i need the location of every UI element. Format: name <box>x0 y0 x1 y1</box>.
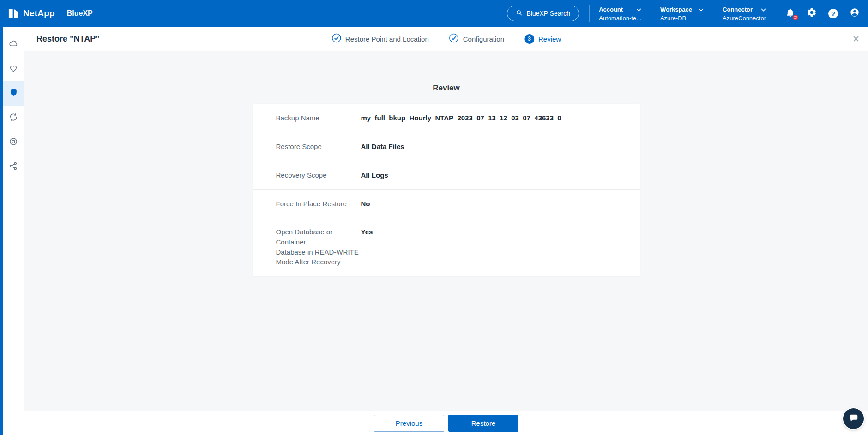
protection-shield-icon <box>9 88 18 99</box>
sidebar-item-canvas[interactable] <box>3 32 24 57</box>
main-panel: Review Backup Name my_full_bkup_Hourly_N… <box>24 51 868 411</box>
brand-name: NetApp <box>23 8 55 18</box>
bluexp-search-button[interactable]: BlueXP Search <box>507 6 579 21</box>
table-row-restore-scope: Restore Scope All Data Files <box>253 132 640 161</box>
disaster-recovery-icon <box>9 113 18 124</box>
settings-button[interactable] <box>807 7 817 19</box>
connector-label: Connector <box>723 6 753 13</box>
chat-launcher-button[interactable] <box>843 408 864 429</box>
chat-bubble-icon <box>849 413 859 425</box>
help-button[interactable]: ? <box>828 9 838 18</box>
row-value: All Data Files <box>361 142 404 152</box>
table-row-recovery-scope: Recovery Scope All Logs <box>253 161 640 190</box>
workspace-value: Azure-DB <box>660 15 704 22</box>
content-area: Restore "NTAP" Restore Point and Locatio… <box>24 27 868 435</box>
table-row-force-in-place-restore: Force In Place Restore No <box>253 190 640 218</box>
account-value: Automation-te... <box>599 15 641 22</box>
row-value: All Logs <box>361 170 388 180</box>
step-review[interactable]: 3 Review <box>524 34 561 44</box>
step-label: Restore Point and Location <box>345 35 429 43</box>
restore-button[interactable]: Restore <box>448 415 518 432</box>
help-icon: ? <box>828 9 838 18</box>
step-number-badge: 3 <box>524 34 534 44</box>
row-label: Force In Place Restore <box>276 199 361 209</box>
row-label: Open Database or Container Database in R… <box>276 227 361 267</box>
wizard-header: Restore "NTAP" Restore Point and Locatio… <box>24 27 868 51</box>
row-label: Backup Name <box>276 113 361 123</box>
step-label: Configuration <box>463 35 504 43</box>
review-summary-table: Backup Name my_full_bkup_Hourly_NTAP_202… <box>253 104 640 276</box>
user-account-button[interactable] <box>850 7 860 19</box>
gear-icon <box>807 7 817 19</box>
sidebar-item-protection[interactable] <box>3 81 24 106</box>
row-value: No <box>361 199 370 209</box>
netapp-logo-icon <box>8 8 18 18</box>
previous-button[interactable]: Previous <box>374 415 444 432</box>
wizard-footer: Previous Restore <box>24 411 868 435</box>
sidebar-item-governance[interactable] <box>3 130 24 155</box>
user-avatar-icon <box>850 7 860 19</box>
review-heading: Review <box>253 83 640 93</box>
sidebar-item-disaster-recovery[interactable] <box>3 106 24 130</box>
table-row-backup-name: Backup Name my_full_bkup_Hourly_NTAP_202… <box>253 104 640 132</box>
table-row-open-database-mode: Open Database or Container Database in R… <box>253 218 640 276</box>
topbar-icons: 2 ? <box>785 7 860 19</box>
sidebar-item-mobility[interactable] <box>3 155 24 179</box>
chevron-down-icon <box>761 5 766 13</box>
chevron-down-icon <box>636 5 641 13</box>
chevron-down-icon <box>699 5 704 13</box>
sidebar-item-health[interactable] <box>3 57 24 81</box>
step-configuration[interactable]: Configuration <box>449 33 504 45</box>
connector-value: AzureConnector <box>723 15 766 22</box>
topbar: NetApp BlueXP BlueXP Search Account Auto… <box>0 0 868 27</box>
close-icon[interactable]: ✕ <box>852 35 860 43</box>
step-complete-check-icon <box>449 33 459 45</box>
workspace-label: Workspace <box>660 6 692 13</box>
account-label: Account <box>599 6 623 13</box>
row-value: my_full_bkup_Hourly_NTAP_2023_07_13_12_0… <box>361 113 561 123</box>
search-icon <box>516 9 523 18</box>
health-icon <box>9 64 18 75</box>
search-label: BlueXP Search <box>526 10 570 17</box>
row-value: Yes <box>361 227 373 237</box>
row-label: Recovery Scope <box>276 170 361 180</box>
storage-canvas-icon <box>9 39 18 50</box>
step-complete-check-icon <box>332 33 341 45</box>
brand: NetApp <box>8 8 55 18</box>
page-title: Restore "NTAP" <box>36 34 100 44</box>
app-body: Restore "NTAP" Restore Point and Locatio… <box>0 27 868 435</box>
sidebar <box>3 27 24 435</box>
connector-menu[interactable]: Connector AzureConnector <box>713 5 775 22</box>
step-restore-point-and-location[interactable]: Restore Point and Location <box>332 33 429 45</box>
wizard-stepper: Restore Point and Location Configuration… <box>332 33 561 45</box>
workspace-menu[interactable]: Workspace Azure-DB <box>651 5 713 22</box>
notification-badge: 2 <box>792 14 799 21</box>
mobility-nodes-icon <box>9 161 18 173</box>
product-name: BlueXP <box>67 9 93 18</box>
step-label: Review <box>538 35 561 43</box>
governance-icon <box>9 137 18 148</box>
notifications-button[interactable]: 2 <box>785 8 795 19</box>
row-label: Restore Scope <box>276 142 361 152</box>
account-menu[interactable]: Account Automation-te... <box>590 5 651 22</box>
